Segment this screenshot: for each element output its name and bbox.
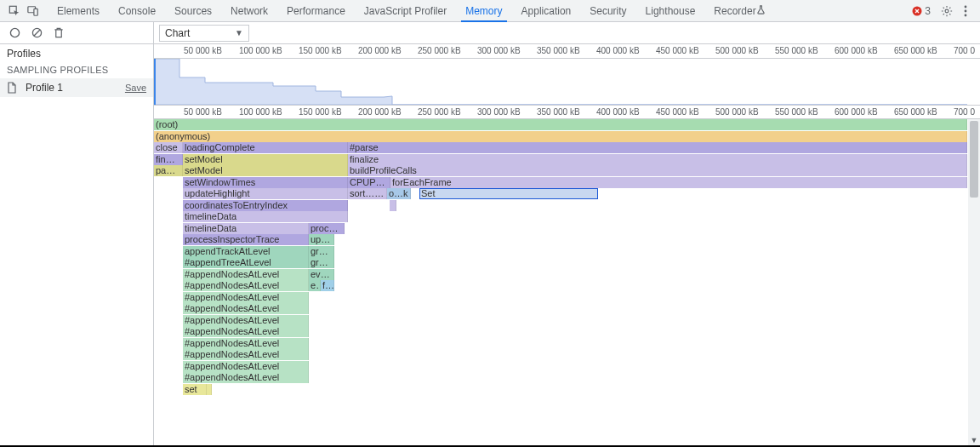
flame-bar[interactable]: #appendNodesAtLevel	[183, 361, 309, 372]
flame-bar[interactable]: #parse	[348, 142, 967, 153]
svg-rect-2	[34, 9, 37, 15]
flame-bar[interactable]: #appendNodesAtLevel	[183, 372, 309, 383]
flame-bar[interactable]: gr…ew	[309, 257, 334, 268]
flame-bar[interactable]: timelineData	[183, 223, 309, 234]
tab-recorder[interactable]: Recorder	[704, 0, 774, 21]
flame-bar[interactable]: ev…ew	[309, 269, 334, 280]
ruler-tick: 500 000 kB	[715, 107, 759, 117]
flame-bar[interactable]: pa…at	[154, 165, 183, 176]
ruler-tick: 450 000 kB	[656, 107, 699, 117]
flame-bar[interactable]: timelineData	[183, 211, 348, 222]
tab-console[interactable]: Console	[109, 0, 165, 21]
flame-bar[interactable]: appendTrackAtLevel	[183, 246, 309, 257]
flame-bar[interactable]: loadingComplete	[183, 142, 348, 153]
flame-bar[interactable]: up…up	[309, 234, 334, 245]
ruler-tick: 500 000 kB	[715, 46, 759, 55]
flame-bar[interactable]: close	[154, 142, 183, 153]
profile-name: Profile 1	[26, 82, 125, 94]
device-toggle-icon[interactable]	[24, 2, 43, 20]
ruler-tick: 550 000 kB	[775, 107, 818, 117]
panel-tabs: ElementsConsoleSourcesNetworkPerformance…	[48, 0, 775, 21]
overview-ruler[interactable]: 50 000 kB100 000 kB150 000 kB200 000 kB2…	[154, 44, 980, 59]
error-badge[interactable]: 3	[912, 5, 931, 17]
document-icon	[7, 81, 20, 95]
flame-bar[interactable]: proc…ata	[309, 223, 345, 234]
tab-javascript-profiler[interactable]: JavaScript Profiler	[355, 0, 456, 21]
flame-bar[interactable]: #appendNodesAtLevel	[183, 292, 309, 303]
tab-security[interactable]: Security	[580, 0, 635, 21]
flame-bar[interactable]: e…	[309, 280, 321, 291]
flame-bar[interactable]: (anonymous)	[154, 131, 967, 142]
flame-bar[interactable]: sort…ples	[348, 188, 387, 199]
flame-bar[interactable]: coordinatesToEntryIndex	[183, 200, 348, 211]
tab-lighthouse[interactable]: Lighthouse	[636, 0, 705, 21]
svg-point-4	[945, 9, 949, 13]
flame-bar[interactable]: #appendNodesAtLevel	[183, 303, 309, 314]
flask-icon	[756, 5, 766, 17]
tab-memory[interactable]: Memory	[456, 0, 511, 21]
flame-bar[interactable]: #appendNodesAtLevel	[183, 338, 309, 349]
vertical-scrollbar[interactable]: ▲ ▼	[968, 119, 980, 445]
view-select-value: Chart	[165, 27, 190, 39]
settings-icon[interactable]	[937, 2, 956, 20]
flame-bar[interactable]: #appendNodesAtLevel	[183, 349, 309, 360]
ruler-tick: 200 000 kB	[358, 107, 402, 117]
flame-bar[interactable]: Set	[419, 188, 598, 199]
ruler-tick: 700 0	[954, 46, 975, 55]
record-icon[interactable]	[5, 24, 24, 43]
svg-point-8	[10, 28, 19, 37]
tab-network[interactable]: Network	[221, 0, 277, 21]
tab-sources[interactable]: Sources	[165, 0, 221, 21]
flame-bar[interactable]: #appendTreeAtLevel	[183, 257, 309, 268]
ruler-tick: 150 000 kB	[299, 107, 342, 117]
overview-chart[interactable]	[154, 59, 980, 105]
tab-elements[interactable]: Elements	[48, 0, 109, 21]
svg-point-7	[965, 14, 967, 16]
flame-bar[interactable]: buildProfileCalls	[348, 165, 967, 176]
overview-selection[interactable]	[154, 59, 156, 105]
flame-bar[interactable]: (root)	[154, 119, 967, 130]
ruler-tick: 50 000 kB	[184, 107, 222, 117]
profile-item[interactable]: Profile 1 Save	[0, 78, 153, 97]
devtools-topbar: ElementsConsoleSourcesNetworkPerformance…	[0, 0, 980, 22]
tab-performance[interactable]: Performance	[277, 0, 355, 21]
flame-bar[interactable]: forEachFrame	[390, 177, 967, 188]
save-link[interactable]: Save	[125, 83, 146, 93]
flame-bar[interactable]: #appendNodesAtLevel	[183, 315, 309, 326]
flame-bar[interactable]: setModel	[183, 154, 348, 165]
more-icon[interactable]	[956, 2, 975, 20]
flame-bar[interactable]: o…k	[387, 188, 411, 199]
flame-bar[interactable]: finalize	[348, 154, 967, 165]
flame-bar[interactable]: CPUP…del	[348, 177, 390, 188]
flame-bar[interactable]: #appendNodesAtLevel	[183, 280, 309, 291]
flame-bar[interactable]	[390, 200, 396, 211]
tab-application[interactable]: Application	[512, 0, 581, 21]
flame-bar[interactable]: #appendNodesAtLevel	[183, 269, 309, 280]
flame-bar[interactable]: setModel	[183, 165, 348, 176]
ruler-tick: 50 000 kB	[184, 46, 222, 55]
flame-bar[interactable]: updateHighlight	[183, 188, 348, 199]
ruler-tick: 700 0	[954, 107, 975, 117]
flame-bar[interactable]: fin…ce	[154, 154, 183, 165]
profiles-sidebar: Profiles SAMPLING PROFILES Profile 1 Sav…	[0, 44, 154, 445]
flame-bar[interactable]: set	[183, 384, 207, 395]
view-select[interactable]: Chart ▼	[159, 25, 249, 42]
scroll-down-icon[interactable]: ▼	[968, 434, 980, 445]
inspect-icon[interactable]	[5, 2, 24, 20]
sidebar-subheading: SAMPLING PROFILES	[0, 63, 153, 78]
flame-bar[interactable]: processInspectorTrace	[183, 234, 309, 245]
ruler-tick: 250 000 kB	[418, 107, 461, 117]
clear-icon[interactable]	[27, 24, 46, 43]
flame-bar[interactable]: f…r	[321, 280, 334, 291]
flame-bar[interactable]: #appendNodesAtLevel	[183, 326, 309, 337]
flame-bar[interactable]: setWindowTimes	[183, 177, 348, 188]
scrollbar-thumb[interactable]	[970, 121, 978, 198]
delete-icon[interactable]	[49, 24, 68, 43]
ruler-tick: 650 000 kB	[894, 46, 937, 55]
flame-ruler[interactable]: 50 000 kB100 000 kB150 000 kB200 000 kB2…	[154, 105, 980, 119]
overview-path	[154, 59, 967, 105]
ruler-tick: 450 000 kB	[656, 46, 699, 55]
flame-chart[interactable]: (root)(anonymous)closeloadingComplete#pa…	[154, 119, 980, 445]
flame-bar[interactable]	[207, 384, 212, 395]
flame-bar[interactable]: gro…ts	[309, 246, 334, 257]
